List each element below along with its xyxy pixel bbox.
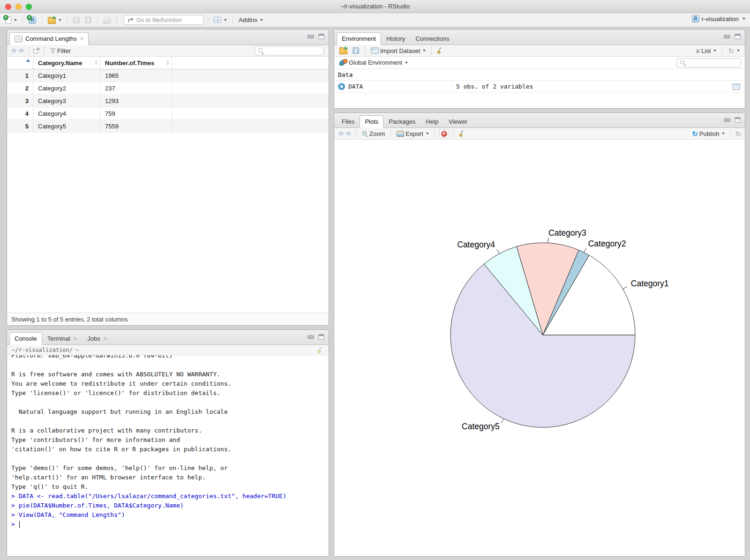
maximize-pane-button[interactable] (318, 34, 324, 39)
filter-button[interactable]: Filter (49, 46, 72, 55)
tab-help[interactable]: Help (420, 115, 443, 128)
viewer-search-input[interactable] (266, 47, 315, 54)
tab-packages[interactable]: Packages (383, 115, 420, 128)
addins-label: Addins (239, 16, 257, 23)
tab-files[interactable]: Files (337, 115, 360, 128)
viewer-search-box (255, 46, 324, 55)
object-name-cell: DATA (334, 81, 452, 92)
tab-terminal[interactable]: Terminal× (42, 332, 82, 345)
pane-layout-button[interactable] (212, 16, 228, 24)
table-row[interactable]: 4Category4759 (7, 107, 329, 120)
open-directory-icon[interactable]: ↪ (75, 346, 79, 353)
previous-plot-button[interactable] (338, 131, 344, 136)
close-window-button[interactable] (5, 4, 11, 10)
next-plot-button[interactable] (346, 131, 352, 136)
pane-controls (308, 34, 324, 39)
tab-plots[interactable]: Plots (360, 115, 383, 128)
chevron-down-icon (423, 50, 426, 52)
pie-label-Category4: Category4 (457, 240, 495, 249)
tab-label: History (386, 35, 405, 42)
export-plot-button[interactable]: Export (395, 129, 430, 138)
export-image-icon (397, 131, 404, 137)
remove-plot-button[interactable]: ✕ (439, 129, 449, 138)
environment-view-mode-button[interactable]: ≡ List (694, 46, 718, 55)
publish-button[interactable]: ↻ Publish (690, 129, 726, 138)
project-menu[interactable]: R r-visualization (692, 15, 745, 22)
publish-icon: ↻ (692, 130, 698, 137)
tab-history[interactable]: History (381, 32, 410, 45)
view-data-grid-icon[interactable] (732, 83, 740, 90)
table-cell: 237 (100, 82, 172, 94)
minimize-pane-button[interactable] (308, 335, 314, 339)
working-directory: ~/r-visualization/ (12, 347, 73, 353)
table-row[interactable]: 1Category11965 (7, 69, 329, 82)
expand-object-icon[interactable] (338, 83, 345, 90)
row-number-header[interactable] (7, 57, 33, 69)
back-button[interactable] (11, 48, 16, 53)
goto-file-input[interactable] (136, 17, 200, 23)
list-label: List (701, 47, 711, 54)
tab-command-lengths[interactable]: Command Lengths × (9, 32, 89, 45)
save-workspace-button[interactable] (351, 46, 360, 55)
pie-label-Category3: Category3 (548, 228, 586, 238)
pie-chart: Category1Category2Category3Category4Cate… (334, 140, 745, 557)
clear-console-broom-icon[interactable] (316, 346, 324, 354)
console-body[interactable]: Platform: x86_64-apple-darwin15.6.0 (64-… (7, 355, 329, 557)
minimize-pane-button[interactable] (724, 35, 730, 38)
close-icon[interactable]: × (104, 336, 107, 342)
save-all-button[interactable] (83, 16, 93, 24)
popout-window-icon[interactable] (33, 48, 40, 53)
tab-environment[interactable]: Environment (337, 32, 381, 45)
environment-scope-selector[interactable]: Global Environment (338, 58, 409, 67)
table-cell: 3 (7, 95, 33, 107)
refresh-plot-icon[interactable]: ↻ (735, 130, 741, 137)
addins-menu[interactable]: Addins (237, 15, 264, 24)
load-workspace-button[interactable] (338, 46, 349, 55)
tab-jobs[interactable]: Jobs× (82, 332, 112, 345)
pane-layout-icon (214, 17, 221, 23)
tab-connections[interactable]: Connections (410, 32, 454, 45)
new-project-button[interactable]: R+ (27, 15, 38, 25)
environment-object-row[interactable]: DATA 5 obs. of 2 variables (334, 81, 745, 93)
refresh-environment-button[interactable]: ↻ (727, 46, 741, 55)
minimize-pane-button[interactable] (308, 35, 314, 38)
minimize-pane-button[interactable] (724, 118, 730, 122)
maximize-pane-button[interactable] (735, 117, 741, 123)
clear-all-plots-broom-icon[interactable] (458, 130, 465, 137)
project-name-label: r-visualization (702, 15, 739, 22)
new-file-button[interactable]: + (4, 15, 18, 25)
maximize-pane-button[interactable] (318, 334, 324, 340)
close-icon[interactable]: × (74, 336, 77, 342)
sort-arrows-icon (95, 60, 98, 65)
print-button[interactable] (102, 15, 112, 25)
pie-label-tick (623, 286, 627, 289)
pie-label-tick (548, 238, 548, 243)
minimize-window-button[interactable] (15, 4, 22, 10)
forward-button[interactable] (19, 48, 24, 53)
environment-search-input[interactable] (688, 60, 736, 66)
zoom-window-button[interactable] (26, 4, 32, 10)
tab-console[interactable]: Console (9, 332, 42, 345)
maximize-pane-button[interactable] (735, 34, 741, 39)
column-header-label: Number.of.Times (105, 60, 154, 67)
table-row[interactable]: 2Category2237 (7, 82, 329, 95)
table-row[interactable]: 3Category31293 (7, 95, 329, 107)
open-folder-icon (48, 18, 56, 24)
column-header-number-of-times[interactable]: Number.of.Times (100, 57, 172, 69)
open-file-button[interactable] (46, 15, 63, 25)
chevron-down-icon (742, 18, 745, 20)
new-project-icon: R+ (29, 16, 36, 24)
save-icon (352, 47, 359, 54)
column-header-category-name[interactable]: Category.Name (33, 57, 100, 69)
viewer-table: Category.Name Number.of.Times 1Category1… (7, 57, 329, 133)
console-prompt-line[interactable]: > (11, 520, 329, 529)
clear-objects-broom-icon[interactable] (436, 47, 443, 54)
import-dataset-button[interactable]: → Import Dataset (369, 46, 427, 55)
separator (722, 46, 722, 55)
pie-label-tick (497, 249, 499, 254)
tab-viewer[interactable]: Viewer (443, 115, 472, 128)
table-row[interactable]: 5Category57559 (7, 120, 329, 133)
zoom-plot-button[interactable]: Zoom (360, 129, 386, 138)
save-button[interactable] (72, 16, 81, 24)
close-icon[interactable]: × (80, 36, 84, 42)
